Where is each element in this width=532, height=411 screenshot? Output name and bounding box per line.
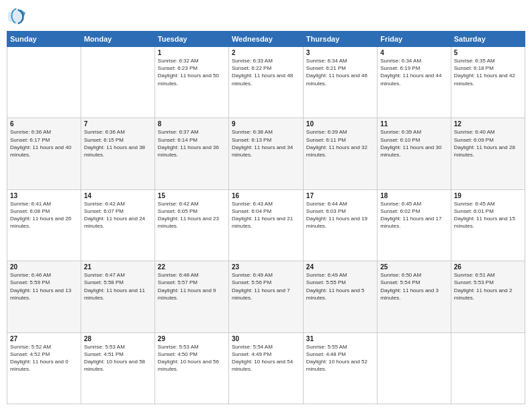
day-info: Sunrise: 6:42 AM Sunset: 6:05 PM Dayligh… xyxy=(158,200,226,230)
day-number: 28 xyxy=(84,335,152,342)
day-info: Sunrise: 6:35 AM Sunset: 6:18 PM Dayligh… xyxy=(454,57,522,87)
day-info: Sunrise: 6:33 AM Sunset: 6:22 PM Dayligh… xyxy=(232,57,300,87)
calendar-cell: 22Sunrise: 6:48 AM Sunset: 5:57 PM Dayli… xyxy=(154,261,228,332)
day-info: Sunrise: 5:53 AM Sunset: 4:50 PM Dayligh… xyxy=(158,343,226,373)
day-info: Sunrise: 6:34 AM Sunset: 6:21 PM Dayligh… xyxy=(306,57,374,87)
calendar-cell xyxy=(81,47,154,118)
day-info: Sunrise: 5:53 AM Sunset: 4:51 PM Dayligh… xyxy=(84,343,152,373)
logo xyxy=(7,7,28,26)
day-info: Sunrise: 6:44 AM Sunset: 6:03 PM Dayligh… xyxy=(306,200,374,230)
day-number: 1 xyxy=(158,49,226,56)
calendar-cell: 11Sunrise: 6:39 AM Sunset: 6:10 PM Dayli… xyxy=(378,118,451,189)
day-number: 4 xyxy=(380,49,448,56)
calendar-week-row: 27Sunrise: 5:52 AM Sunset: 4:52 PM Dayli… xyxy=(7,332,525,404)
calendar-cell: 29Sunrise: 5:53 AM Sunset: 4:50 PM Dayli… xyxy=(154,332,228,404)
calendar-cell: 16Sunrise: 6:43 AM Sunset: 6:04 PM Dayli… xyxy=(228,189,303,261)
weekday-header-wednesday: Wednesday xyxy=(228,32,303,47)
day-info: Sunrise: 6:32 AM Sunset: 6:23 PM Dayligh… xyxy=(158,57,226,87)
weekday-header-monday: Monday xyxy=(81,32,154,47)
weekday-header-friday: Friday xyxy=(378,32,451,47)
calendar-table: SundayMondayTuesdayWednesdayThursdayFrid… xyxy=(7,31,525,404)
day-number: 9 xyxy=(232,120,300,128)
calendar-week-row: 20Sunrise: 6:46 AM Sunset: 5:59 PM Dayli… xyxy=(7,261,525,332)
day-info: Sunrise: 5:52 AM Sunset: 4:52 PM Dayligh… xyxy=(10,343,78,373)
calendar-cell: 8Sunrise: 6:37 AM Sunset: 6:14 PM Daylig… xyxy=(154,118,228,189)
day-number: 24 xyxy=(306,263,374,271)
calendar-cell: 7Sunrise: 6:36 AM Sunset: 6:15 PM Daylig… xyxy=(81,118,154,189)
day-number: 12 xyxy=(454,120,522,128)
day-info: Sunrise: 5:55 AM Sunset: 4:48 PM Dayligh… xyxy=(306,343,374,373)
day-number: 23 xyxy=(232,263,300,271)
calendar-cell: 24Sunrise: 6:49 AM Sunset: 5:55 PM Dayli… xyxy=(303,261,377,332)
calendar-cell: 28Sunrise: 5:53 AM Sunset: 4:51 PM Dayli… xyxy=(81,332,154,404)
calendar-cell: 20Sunrise: 6:46 AM Sunset: 5:59 PM Dayli… xyxy=(7,261,81,332)
day-info: Sunrise: 5:54 AM Sunset: 4:49 PM Dayligh… xyxy=(232,343,300,373)
day-number: 31 xyxy=(306,335,374,342)
day-info: Sunrise: 6:45 AM Sunset: 6:02 PM Dayligh… xyxy=(380,200,448,230)
calendar-cell: 27Sunrise: 5:52 AM Sunset: 4:52 PM Dayli… xyxy=(7,332,81,404)
header xyxy=(7,7,525,26)
day-info: Sunrise: 6:48 AM Sunset: 5:57 PM Dayligh… xyxy=(158,271,226,302)
calendar-cell xyxy=(7,47,81,118)
calendar-cell: 30Sunrise: 5:54 AM Sunset: 4:49 PM Dayli… xyxy=(228,332,303,404)
calendar-cell: 19Sunrise: 6:45 AM Sunset: 6:01 PM Dayli… xyxy=(451,189,525,261)
weekday-header-thursday: Thursday xyxy=(303,32,377,47)
calendar-cell: 12Sunrise: 6:40 AM Sunset: 6:09 PM Dayli… xyxy=(451,118,525,189)
day-info: Sunrise: 6:43 AM Sunset: 6:04 PM Dayligh… xyxy=(232,200,300,230)
day-info: Sunrise: 6:38 AM Sunset: 6:13 PM Dayligh… xyxy=(232,128,300,158)
day-number: 16 xyxy=(232,192,300,199)
weekday-header-sunday: Sunday xyxy=(7,32,81,47)
day-info: Sunrise: 6:40 AM Sunset: 6:09 PM Dayligh… xyxy=(454,128,522,158)
day-number: 10 xyxy=(306,120,374,128)
day-number: 27 xyxy=(10,335,78,342)
day-number: 2 xyxy=(232,49,300,56)
day-number: 21 xyxy=(84,263,152,271)
day-number: 22 xyxy=(158,263,226,271)
day-info: Sunrise: 6:41 AM Sunset: 6:08 PM Dayligh… xyxy=(10,200,78,230)
day-info: Sunrise: 6:46 AM Sunset: 5:59 PM Dayligh… xyxy=(10,271,78,302)
calendar-cell: 14Sunrise: 6:42 AM Sunset: 6:07 PM Dayli… xyxy=(81,189,154,261)
day-number: 26 xyxy=(454,263,522,271)
day-number: 3 xyxy=(306,49,374,56)
day-info: Sunrise: 6:49 AM Sunset: 5:55 PM Dayligh… xyxy=(306,271,374,302)
day-number: 7 xyxy=(84,120,152,128)
day-number: 19 xyxy=(454,192,522,199)
day-number: 30 xyxy=(232,335,300,342)
day-number: 11 xyxy=(380,120,448,128)
calendar-cell xyxy=(378,332,451,404)
day-number: 20 xyxy=(10,263,78,271)
calendar-cell: 15Sunrise: 6:42 AM Sunset: 6:05 PM Dayli… xyxy=(154,189,228,261)
calendar-cell: 21Sunrise: 6:47 AM Sunset: 5:58 PM Dayli… xyxy=(81,261,154,332)
day-number: 18 xyxy=(380,192,448,199)
day-number: 29 xyxy=(158,335,226,342)
calendar-cell: 6Sunrise: 6:36 AM Sunset: 6:17 PM Daylig… xyxy=(7,118,81,189)
day-number: 13 xyxy=(10,192,78,199)
day-info: Sunrise: 6:42 AM Sunset: 6:07 PM Dayligh… xyxy=(84,200,152,230)
page: SundayMondayTuesdayWednesdayThursdayFrid… xyxy=(0,0,532,411)
day-info: Sunrise: 6:49 AM Sunset: 5:56 PM Dayligh… xyxy=(232,271,300,302)
calendar-cell: 9Sunrise: 6:38 AM Sunset: 6:13 PM Daylig… xyxy=(228,118,303,189)
day-info: Sunrise: 6:39 AM Sunset: 6:11 PM Dayligh… xyxy=(306,128,374,158)
day-number: 15 xyxy=(158,192,226,199)
calendar-cell: 4Sunrise: 6:34 AM Sunset: 6:19 PM Daylig… xyxy=(378,47,451,118)
weekday-header-row: SundayMondayTuesdayWednesdayThursdayFrid… xyxy=(7,32,525,47)
day-info: Sunrise: 6:45 AM Sunset: 6:01 PM Dayligh… xyxy=(454,200,522,230)
day-info: Sunrise: 6:34 AM Sunset: 6:19 PM Dayligh… xyxy=(380,57,448,87)
calendar-cell: 10Sunrise: 6:39 AM Sunset: 6:11 PM Dayli… xyxy=(303,118,377,189)
logo-icon xyxy=(7,7,26,26)
calendar-cell xyxy=(451,332,525,404)
day-info: Sunrise: 6:36 AM Sunset: 6:17 PM Dayligh… xyxy=(10,128,78,158)
calendar-cell: 1Sunrise: 6:32 AM Sunset: 6:23 PM Daylig… xyxy=(154,47,228,118)
calendar-cell: 31Sunrise: 5:55 AM Sunset: 4:48 PM Dayli… xyxy=(303,332,377,404)
day-info: Sunrise: 6:51 AM Sunset: 5:53 PM Dayligh… xyxy=(454,271,522,302)
day-info: Sunrise: 6:47 AM Sunset: 5:58 PM Dayligh… xyxy=(84,271,152,302)
day-number: 25 xyxy=(380,263,448,271)
day-info: Sunrise: 6:39 AM Sunset: 6:10 PM Dayligh… xyxy=(380,128,448,158)
day-number: 14 xyxy=(84,192,152,199)
calendar-cell: 5Sunrise: 6:35 AM Sunset: 6:18 PM Daylig… xyxy=(451,47,525,118)
weekday-header-saturday: Saturday xyxy=(451,32,525,47)
calendar-week-row: 13Sunrise: 6:41 AM Sunset: 6:08 PM Dayli… xyxy=(7,189,525,261)
calendar-cell: 13Sunrise: 6:41 AM Sunset: 6:08 PM Dayli… xyxy=(7,189,81,261)
day-info: Sunrise: 6:50 AM Sunset: 5:54 PM Dayligh… xyxy=(380,271,448,302)
day-number: 17 xyxy=(306,192,374,199)
